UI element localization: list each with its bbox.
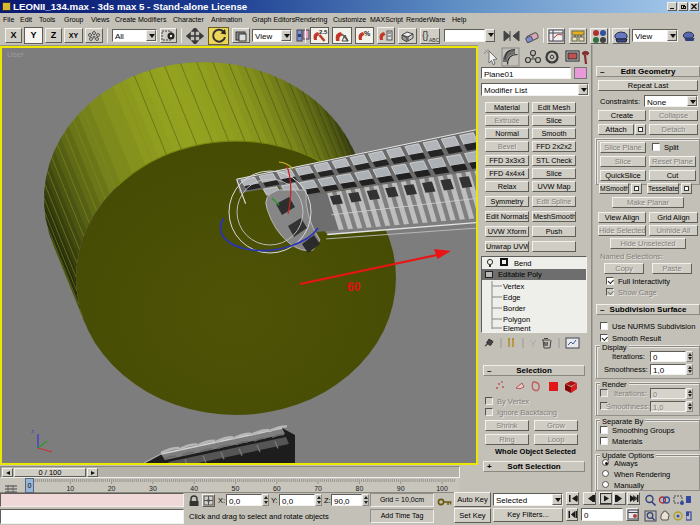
svg-text:60: 60 bbox=[273, 485, 281, 492]
svg-text:50: 50 bbox=[232, 485, 240, 492]
svg-text:80: 80 bbox=[356, 485, 364, 492]
svg-text:70: 70 bbox=[314, 485, 322, 492]
svg-text:ABC: ABC bbox=[429, 37, 439, 43]
svg-text:90: 90 bbox=[397, 485, 405, 492]
svg-text:100: 100 bbox=[436, 485, 448, 492]
svg-text:40: 40 bbox=[190, 485, 198, 492]
svg-text:30: 30 bbox=[149, 485, 157, 492]
svg-text:60: 60 bbox=[347, 280, 361, 294]
svg-text:20: 20 bbox=[108, 485, 116, 492]
svg-text:z: z bbox=[31, 428, 34, 434]
svg-text:2.5: 2.5 bbox=[319, 29, 328, 35]
svg-text:10: 10 bbox=[66, 485, 74, 492]
svg-text:%: % bbox=[364, 30, 371, 37]
